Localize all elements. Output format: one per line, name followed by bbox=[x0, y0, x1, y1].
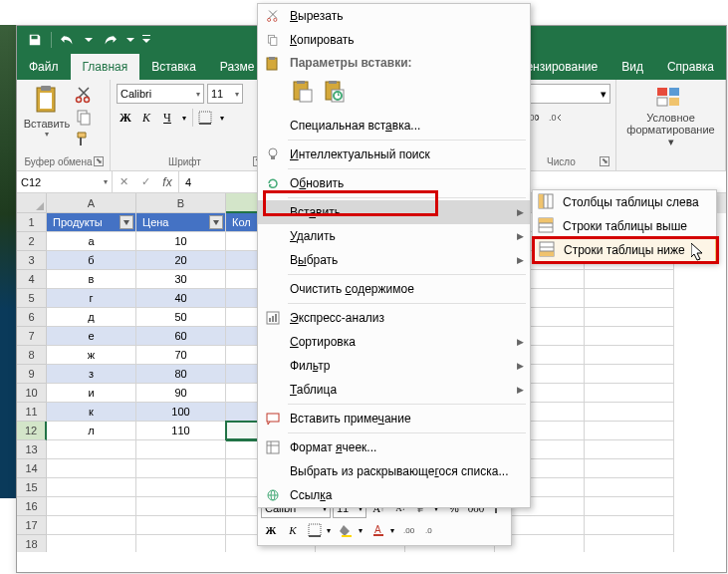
tab-home[interactable]: Главная bbox=[71, 54, 140, 80]
underline-button[interactable]: Ч bbox=[158, 108, 176, 128]
cm-hyperlink[interactable]: Ссылка bbox=[258, 483, 530, 507]
row-header[interactable]: 9 bbox=[17, 365, 47, 384]
cell[interactable] bbox=[585, 440, 674, 459]
row-header[interactable]: 1 bbox=[17, 213, 47, 232]
cm-format-cells[interactable]: Формат ячеек... bbox=[258, 435, 530, 459]
row-header[interactable]: 18 bbox=[17, 535, 47, 552]
chevron-down-icon[interactable]: ▾ bbox=[327, 526, 335, 535]
row-header[interactable]: 6 bbox=[17, 308, 47, 327]
row-header[interactable]: 12 bbox=[17, 422, 47, 440]
cell[interactable] bbox=[585, 478, 674, 497]
cell[interactable] bbox=[47, 478, 136, 497]
row-header[interactable]: 8 bbox=[17, 346, 47, 365]
chevron-down-icon[interactable]: ▾ bbox=[359, 526, 366, 535]
col-header-a[interactable]: A bbox=[47, 193, 136, 213]
cell[interactable]: 20 bbox=[136, 251, 226, 270]
cell[interactable] bbox=[136, 440, 226, 459]
cell[interactable] bbox=[136, 516, 226, 535]
table-header-cell[interactable]: Цена bbox=[136, 213, 226, 232]
cm-filter[interactable]: Фильтр▶ bbox=[258, 354, 530, 378]
font-size-combo[interactable]: 11▾ bbox=[207, 84, 243, 104]
redo-icon[interactable] bbox=[100, 30, 120, 50]
cell[interactable]: 90 bbox=[136, 384, 226, 403]
cm-select[interactable]: Выбрать▶ bbox=[258, 248, 530, 272]
underline-dropdown-icon[interactable]: ▾ bbox=[179, 108, 189, 128]
fx-icon[interactable]: fx bbox=[156, 175, 178, 189]
cell[interactable] bbox=[585, 535, 674, 552]
cm-insert[interactable]: Вставить▶ bbox=[258, 200, 530, 224]
cell[interactable]: 50 bbox=[136, 308, 226, 327]
font-name-combo[interactable]: Calibri▾ bbox=[117, 84, 204, 104]
cell[interactable]: 30 bbox=[136, 270, 226, 289]
chevron-down-icon[interactable]: ▾ bbox=[390, 526, 398, 535]
clipboard-launcher-icon[interactable]: ⬊ bbox=[94, 156, 104, 166]
cell[interactable] bbox=[585, 270, 674, 289]
row-header[interactable]: 11 bbox=[17, 403, 47, 422]
borders-dropdown-icon[interactable]: ▾ bbox=[217, 108, 227, 128]
paste-button[interactable]: Вставить ▾ bbox=[23, 84, 71, 147]
cell[interactable] bbox=[47, 516, 136, 535]
cell[interactable]: 10 bbox=[136, 232, 226, 251]
undo-icon[interactable] bbox=[58, 30, 78, 50]
paste-option-2-icon[interactable] bbox=[322, 78, 348, 106]
cell[interactable] bbox=[585, 516, 674, 535]
cell[interactable] bbox=[136, 459, 226, 478]
mini-fill-color-icon[interactable] bbox=[337, 520, 357, 540]
redo-dropdown-icon[interactable] bbox=[125, 30, 135, 50]
format-painter-icon[interactable] bbox=[75, 130, 93, 147]
cell[interactable]: 110 bbox=[136, 422, 226, 440]
mini-font-color-icon[interactable]: А bbox=[368, 520, 388, 540]
number-launcher-icon[interactable]: ⬊ bbox=[600, 156, 609, 166]
cm-table[interactable]: Таблица▶ bbox=[258, 378, 530, 402]
number-format-combo[interactable]: ▾ bbox=[523, 84, 610, 104]
cell[interactable] bbox=[47, 459, 136, 478]
filter-dropdown-icon[interactable] bbox=[120, 215, 133, 229]
cell[interactable]: 40 bbox=[136, 289, 226, 308]
cell[interactable]: 60 bbox=[136, 327, 226, 346]
cm-delete[interactable]: Удалить▶ bbox=[258, 224, 530, 248]
borders-button[interactable] bbox=[196, 108, 214, 128]
cell[interactable] bbox=[47, 440, 136, 459]
confirm-formula-icon[interactable]: ✓ bbox=[134, 175, 156, 188]
cell[interactable]: г bbox=[47, 289, 136, 308]
cell[interactable] bbox=[585, 384, 674, 403]
sub-rows-below[interactable]: Строки таблицы ниже bbox=[533, 238, 716, 262]
mini-borders-icon[interactable] bbox=[305, 520, 325, 540]
save-icon[interactable] bbox=[25, 30, 45, 50]
select-all-corner[interactable] bbox=[17, 193, 47, 213]
row-header[interactable]: 15 bbox=[17, 478, 47, 497]
cell[interactable]: и bbox=[47, 384, 136, 403]
cell[interactable] bbox=[585, 422, 674, 440]
cell[interactable]: к bbox=[47, 403, 136, 422]
cm-copy[interactable]: Копировать bbox=[258, 28, 530, 52]
cm-paste-special[interactable]: Специальная вставка... bbox=[258, 114, 530, 138]
cell[interactable] bbox=[585, 289, 674, 308]
name-box[interactable]: C12▾ bbox=[17, 171, 113, 192]
cell[interactable]: з bbox=[47, 365, 136, 384]
row-header[interactable]: 5 bbox=[17, 289, 47, 308]
cell[interactable] bbox=[585, 459, 674, 478]
cm-clear-contents[interactable]: Очистить содержимое bbox=[258, 277, 530, 301]
cm-pick-from-list[interactable]: Выбрать из раскрывающегося списка... bbox=[258, 459, 530, 483]
tab-help[interactable]: Справка bbox=[655, 54, 726, 80]
tab-file[interactable]: Файл bbox=[17, 54, 71, 80]
copy-icon[interactable] bbox=[75, 108, 93, 126]
cell[interactable]: е bbox=[47, 327, 136, 346]
row-header[interactable]: 2 bbox=[17, 232, 47, 251]
conditional-formatting-button[interactable]: Условноеформатирование ▾ bbox=[622, 84, 719, 147]
tab-view[interactable]: Вид bbox=[609, 54, 655, 80]
cm-sort[interactable]: Сортировка▶ bbox=[258, 330, 530, 354]
cm-smart-lookup[interactable]: Интеллектуальный поиск bbox=[258, 143, 530, 166]
cell[interactable]: а bbox=[47, 232, 136, 251]
cell[interactable]: б bbox=[47, 251, 136, 270]
cm-quick-analysis[interactable]: Экспресс-анализ bbox=[258, 306, 530, 330]
row-header[interactable]: 13 bbox=[17, 440, 47, 459]
cell[interactable] bbox=[585, 497, 674, 516]
cell[interactable] bbox=[585, 327, 674, 346]
cell[interactable]: л bbox=[47, 422, 136, 440]
cell[interactable] bbox=[136, 478, 226, 497]
sub-rows-above[interactable]: Строки таблицы выше bbox=[533, 214, 716, 238]
cell[interactable]: д bbox=[47, 308, 136, 327]
row-header[interactable]: 10 bbox=[17, 384, 47, 403]
decrease-decimal-button[interactable]: .0 bbox=[545, 108, 565, 128]
